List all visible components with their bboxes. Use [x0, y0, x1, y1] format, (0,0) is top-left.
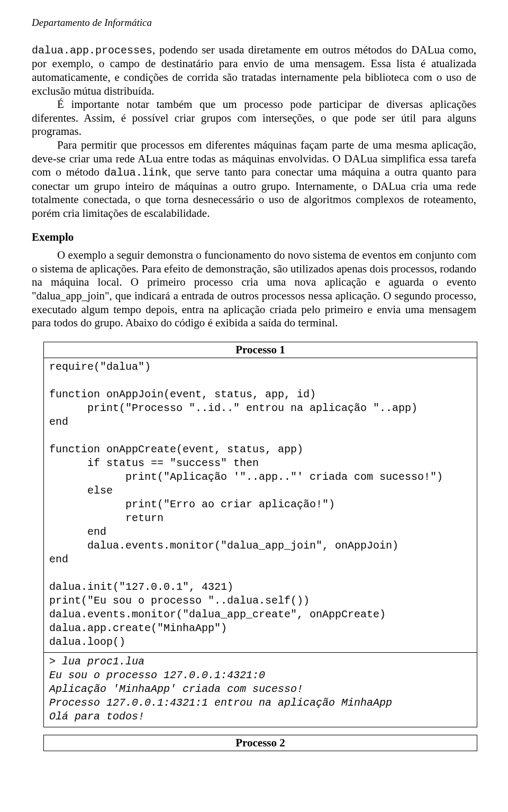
code-listing-1: require("dalua") function onAppJoin(even…	[44, 358, 477, 652]
paragraph-4: O exemplo a seguir demonstra o funcionam…	[32, 249, 476, 330]
inline-code: dalua.app.processes	[32, 44, 152, 57]
body-text: dalua.app.processes, podendo ser usada d…	[32, 43, 476, 330]
page: Departamento de Informática dalua.app.pr…	[0, 0, 508, 772]
terminal-output-1: > lua proc1.lua Eu sou o processo 127.0.…	[44, 652, 477, 727]
inline-code: dalua.link	[104, 167, 168, 179]
paragraph-3: Para permitir que processos em diferente…	[32, 139, 476, 220]
code-block-title-2: Processo 2	[44, 735, 477, 751]
code-block-title-1: Processo 1	[44, 342, 477, 358]
section-heading-exemplo: Exemplo	[32, 231, 476, 244]
code-block-processo-2: Processo 2	[43, 735, 477, 751]
paragraph-2: É importante notar também que um process…	[32, 98, 476, 139]
paragraph-1: dalua.app.processes, podendo ser usada d…	[32, 43, 476, 98]
page-header: Departamento de Informática	[32, 17, 476, 29]
code-block-processo-1: Processo 1 require("dalua") function onA…	[43, 342, 477, 727]
